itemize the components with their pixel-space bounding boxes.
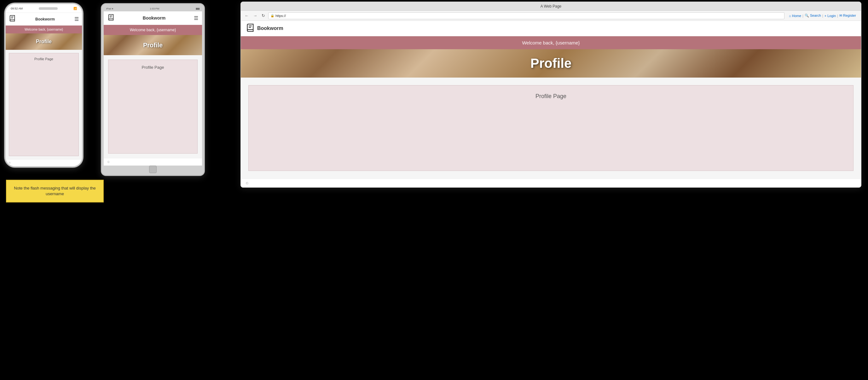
tablet-hamburger-icon[interactable]: ☰ (194, 15, 198, 21)
browser-brand: Bookworm (257, 26, 283, 31)
mobile-phone: 09:52 AM 📶 Bookworm ☰ Welcome back, {use… (5, 3, 83, 167)
phone-content-area: Profile Page (6, 50, 82, 159)
tablet-battery: ▮▮▮ (196, 7, 199, 10)
browser-toolbar: ← → ↻ 🔒 https:// ⌂ Home | 🔍 Search | + L… (241, 11, 861, 21)
tablet-home-button[interactable] (149, 166, 157, 173)
phone-time: 09:52 AM (11, 7, 23, 10)
browser-hero: Profile (241, 49, 861, 78)
tablet-status-bar: iPad ♦ 1:03 PM ▮▮▮ (104, 7, 202, 11)
phone-content-label: Profile Page (34, 57, 53, 61)
note-text: Note the flash messaging that will displ… (13, 185, 97, 197)
browser-content-label: Profile Page (535, 93, 566, 100)
nav-login-link[interactable]: + Login (825, 14, 836, 18)
phone-hero-title: Profile (36, 39, 52, 45)
tablet-navbar: Bookworm ☰ (104, 11, 202, 25)
hamburger-icon[interactable]: ☰ (74, 16, 79, 22)
note-box: Note the flash messaging that will displ… (6, 180, 104, 202)
desktop-browser: A Web Page ← → ↻ 🔒 https:// ⌂ Home | 🔍 S… (241, 2, 861, 187)
phone-brand: Bookworm (35, 17, 55, 22)
browser-back-button[interactable]: ← (243, 12, 250, 19)
phone-footer: © (6, 159, 82, 166)
browser-footer: © (241, 178, 861, 187)
browser-nav-links: ⌂ Home | 🔍 Search | + Login | ✉ Register (786, 13, 859, 18)
brand-group: Bookworm (246, 23, 283, 33)
phone-navbar: Bookworm ☰ (6, 13, 82, 26)
phone-flash-message: Welcome back, {username} (6, 26, 82, 33)
tablet-content-box: Profile Page (108, 60, 197, 153)
tablet-model: iPad ♦ (106, 7, 113, 10)
browser-content-area: Profile Page (241, 78, 861, 178)
tablet-device: iPad ♦ 1:03 PM ▮▮▮ Bookworm ☰ Welcome ba… (101, 3, 205, 176)
browser-flash-message: Welcome back, {username} (241, 36, 861, 49)
tablet-brand: Bookworm (143, 16, 165, 21)
phone-status-bar: 09:52 AM 📶 (6, 4, 82, 13)
browser-hero-title: Profile (530, 56, 572, 71)
browser-title: A Web Page (540, 4, 562, 8)
browser-content-box: Profile Page (248, 85, 854, 171)
phone-content-box: Profile Page (9, 53, 79, 156)
browser-title-bar: A Web Page (241, 2, 861, 11)
nav-search-link[interactable]: 🔍 Search (805, 13, 821, 18)
phone-signal: 📶 (73, 7, 77, 10)
tablet-time: 1:03 PM (150, 7, 159, 10)
browser-refresh-button[interactable]: ↻ (260, 12, 266, 19)
phone-screen: Bookworm ☰ Welcome back, {username} Prof… (6, 13, 82, 166)
browser-page: Bookworm Welcome back, {username} Profil… (241, 21, 861, 187)
tablet-book-icon (107, 14, 115, 22)
tablet-flash-message: Welcome back, {username} (104, 25, 202, 35)
book-icon (9, 15, 16, 23)
tablet-content-label: Profile Page (142, 65, 164, 70)
lock-icon: 🔒 (271, 14, 274, 17)
nav-home-link[interactable]: ⌂ Home (789, 14, 801, 18)
tablet-screen: Bookworm ☰ Welcome back, {username} Prof… (104, 11, 202, 166)
phone-notch (39, 7, 58, 10)
tablet-hero-title: Profile (143, 41, 163, 49)
tablet-content-area: Profile Page (104, 55, 202, 158)
browser-book-icon (246, 23, 255, 33)
browser-address-bar[interactable]: 🔒 https:// (268, 12, 784, 19)
tablet-hero: Profile (104, 35, 202, 55)
tablet-footer: © (104, 158, 202, 166)
browser-address-text: https:// (276, 14, 286, 18)
phone-hero: Profile (6, 33, 82, 50)
browser-site-navbar: Bookworm (241, 21, 861, 36)
nav-register-link[interactable]: ✉ Register (839, 13, 856, 18)
browser-forward-button[interactable]: → (252, 12, 258, 19)
